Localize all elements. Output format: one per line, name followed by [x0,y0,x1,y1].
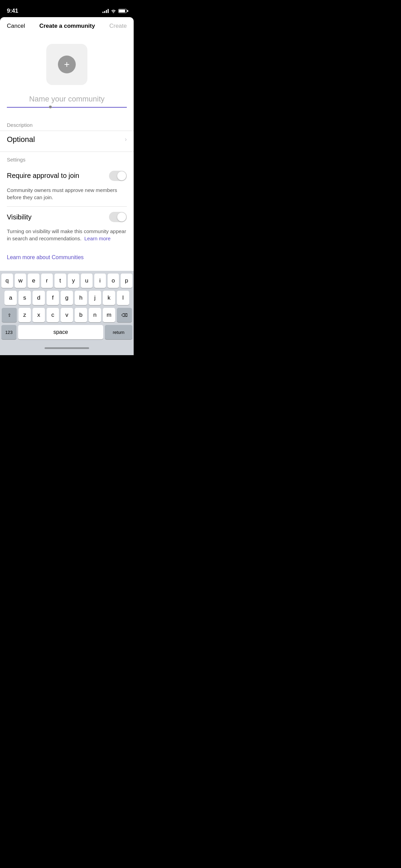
keyboard-row-2: a s d f g h j k l [1,291,132,305]
key-l[interactable]: l [117,291,129,305]
description-section-label: Description [0,117,134,131]
description-optional-label: Optional [7,135,35,144]
cursor-dot [49,106,52,108]
key-w[interactable]: w [15,274,26,288]
key-d[interactable]: d [33,291,45,305]
key-v[interactable]: v [61,308,73,322]
toggle-knob [117,171,126,180]
key-m[interactable]: m [103,308,115,322]
key-delete[interactable]: ⌫ [117,308,132,322]
create-community-sheet: Cancel Create a community Create + Descr… [0,17,134,271]
home-bar [45,347,89,349]
visibility-description: Turning on visibility will make this com… [0,228,134,248]
photo-upload-button[interactable]: + [46,44,87,85]
key-b[interactable]: b [75,308,87,322]
key-o[interactable]: o [108,274,119,288]
create-button[interactable]: Create [109,23,127,29]
toggle-knob-2 [117,213,126,221]
battery-icon [118,9,127,13]
settings-section-label: Settings [0,152,134,165]
key-g[interactable]: g [61,291,73,305]
key-n[interactable]: n [89,308,101,322]
key-t[interactable]: t [54,274,66,288]
keyboard-row-1: q w e r t y u i o p [1,274,132,288]
description-row[interactable]: Optional › [0,131,134,148]
keyboard-row-4: 123 space return [1,325,132,339]
key-a[interactable]: a [4,291,17,305]
wifi-icon [111,9,116,13]
key-h[interactable]: h [75,291,87,305]
visibility-label: Visibility [7,213,32,221]
approval-toggle[interactable] [109,171,127,181]
key-z[interactable]: z [19,308,31,322]
photo-upload-area: + [0,34,134,93]
approval-toggle-row: Require approval to join [0,165,134,186]
nav-bar: Cancel Create a community Create [0,17,134,34]
keyboard-row-3: ⇧ z x c v b n m ⌫ [1,308,132,322]
content-area: + Description Optional › Settings Requir… [0,34,134,271]
chevron-right-icon: › [125,136,127,143]
key-j[interactable]: j [89,291,101,305]
key-c[interactable]: c [47,308,59,322]
key-shift[interactable]: ⇧ [2,308,17,322]
key-y[interactable]: y [68,274,80,288]
visibility-learn-more-link[interactable]: Learn more [84,236,111,241]
key-return[interactable]: return [105,325,132,339]
key-s[interactable]: s [19,291,31,305]
approval-description: Community owners must approve new member… [0,186,134,206]
page-title: Create a community [39,23,95,29]
key-q[interactable]: q [1,274,13,288]
input-underline [7,107,127,108]
add-photo-icon: + [58,56,76,73]
key-f[interactable]: f [47,291,59,305]
visibility-toggle[interactable] [109,212,127,222]
visibility-toggle-row: Visibility [0,206,134,228]
key-i[interactable]: i [94,274,106,288]
key-k[interactable]: k [103,291,115,305]
settings-section: Settings Require approval to join Commun… [0,152,134,248]
approval-label: Require approval to join [7,172,79,180]
key-numbers[interactable]: 123 [1,325,16,339]
key-u[interactable]: u [81,274,93,288]
key-space[interactable]: space [18,325,103,339]
status-bar: 9:41 [0,0,134,17]
key-r[interactable]: r [41,274,53,288]
status-time: 9:41 [7,8,18,14]
keyboard: q w e r t y u i o p a s d f g h j k l ⇧ … [0,271,134,355]
status-icons [102,9,127,13]
key-p[interactable]: p [121,274,132,288]
name-input-area [0,93,134,117]
learn-more-communities-link[interactable]: Learn more about Communities [0,248,134,271]
community-name-input[interactable] [7,93,127,107]
key-x[interactable]: x [33,308,45,322]
signal-icon [102,9,109,13]
key-e[interactable]: e [28,274,39,288]
home-indicator [1,342,132,354]
cancel-button[interactable]: Cancel [7,23,25,29]
